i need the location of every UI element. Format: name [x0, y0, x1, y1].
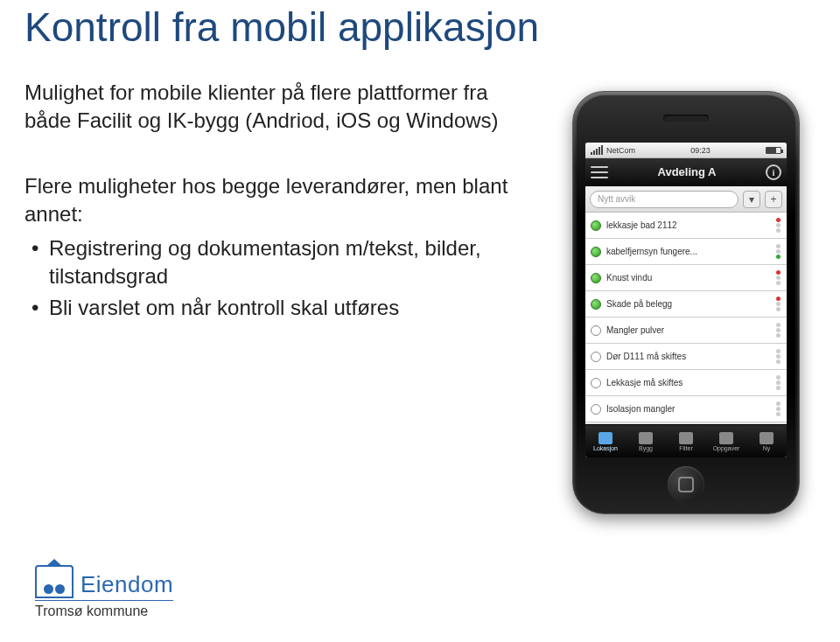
search-input[interactable]: Nytt avvik	[590, 191, 738, 208]
tab-item[interactable]: Lokasjon	[585, 425, 626, 457]
app-header: Avdeling A i	[585, 158, 787, 186]
item-list: lekkasje bad 2112kabelfjernsyn fungere..…	[585, 213, 787, 424]
home-button[interactable]	[668, 466, 704, 503]
list-item[interactable]: Lekkasje må skiftes	[585, 370, 787, 396]
bullet-item: Registrering og dokumentasjon m/tekst, b…	[24, 234, 514, 291]
list-item[interactable]: Skade på belegg	[585, 291, 787, 318]
list-item[interactable]: Mangler pulver	[585, 318, 787, 344]
info-icon[interactable]: i	[766, 164, 781, 180]
list-item[interactable]: kabelfjernsyn fungere...	[585, 239, 787, 265]
bullet-item: Bli varslet om når kontroll skal utføres	[24, 294, 514, 322]
status-dot	[591, 404, 601, 415]
tab-icon	[639, 432, 653, 444]
tab-item[interactable]: Ny	[746, 425, 787, 457]
search-row: Nytt avvik ▾ +	[585, 186, 787, 213]
traffic-light-icon	[776, 375, 781, 390]
status-dot	[591, 247, 601, 257]
list-item[interactable]: Isolasjon mangler	[585, 396, 787, 422]
tab-label: Ny	[763, 445, 771, 451]
tab-label: Lokasjon	[593, 445, 618, 451]
status-dot	[591, 273, 601, 283]
tab-icon	[719, 432, 733, 444]
row-text: Lekkasje må skiftes	[606, 378, 771, 387]
menu-icon[interactable]	[591, 166, 608, 178]
traffic-light-icon	[776, 401, 781, 416]
sub-heading: Flere muligheter hos begge leverandører,…	[24, 172, 514, 229]
status-dot	[591, 378, 601, 388]
tab-bar: LokasjonByggFilterOppgaverNy	[585, 424, 787, 457]
status-dot	[591, 325, 601, 336]
tab-icon	[598, 432, 612, 444]
tab-icon	[760, 432, 774, 444]
row-text: lekkasje bad 2112	[606, 220, 771, 230]
signal-icon	[591, 145, 603, 155]
status-dot	[591, 352, 601, 362]
status-dot	[591, 299, 601, 310]
intro-paragraph: Mulighet for mobile klienter på flere pl…	[24, 79, 514, 136]
traffic-light-icon	[776, 218, 781, 233]
list-item[interactable]: lekkasje bad 2112	[585, 213, 787, 239]
tab-item[interactable]: Filter	[666, 425, 706, 457]
traffic-light-icon	[776, 297, 781, 311]
traffic-light-icon	[776, 323, 781, 338]
tab-icon	[679, 432, 693, 444]
add-button[interactable]: +	[765, 191, 782, 208]
bullet-list: Registrering og dokumentasjon m/tekst, b…	[24, 234, 514, 323]
row-text: kabelfjernsyn fungere...	[606, 247, 771, 256]
tab-label: Bygg	[639, 445, 653, 451]
row-text: Isolasjon mangler	[606, 404, 771, 414]
tab-label: Filter	[679, 445, 693, 451]
list-item[interactable]: Dør D111 må skiftes	[585, 344, 787, 370]
traffic-light-icon	[776, 270, 781, 285]
brand-org: Tromsø kommune	[35, 600, 173, 619]
row-text: Mangler pulver	[606, 325, 771, 335]
traffic-light-icon	[776, 349, 781, 364]
tab-item[interactable]: Bygg	[626, 425, 666, 457]
logo-block: Eiendom Tromsø kommune	[35, 565, 173, 619]
tab-label: Oppgaver	[713, 445, 740, 451]
slide-title: Kontroll fra mobil applikasjon	[24, 3, 816, 51]
brand-name: Eiendom	[80, 571, 173, 598]
row-text: Dør D111 må skiftes	[606, 352, 771, 361]
phone-screen: NetCom 09:23 Avdeling A i Nytt avvik ▾ +…	[585, 143, 787, 457]
list-item[interactable]: Knust vindu	[585, 265, 787, 291]
logo-icon	[35, 565, 74, 598]
row-text: Knust vindu	[606, 273, 771, 283]
row-text: Skade på belegg	[606, 299, 771, 309]
app-title: Avdeling A	[658, 165, 717, 178]
battery-icon	[766, 147, 781, 154]
traffic-light-icon	[776, 244, 781, 259]
clock-label: 09:23	[690, 146, 710, 155]
dropdown-button[interactable]: ▾	[743, 191, 760, 208]
status-dot	[591, 220, 601, 231]
phone-speaker	[663, 115, 709, 122]
phone-mockup: NetCom 09:23 Avdeling A i Nytt avvik ▾ +…	[572, 91, 800, 514]
carrier-label: NetCom	[606, 146, 635, 155]
status-bar: NetCom 09:23	[585, 143, 787, 158]
tab-item[interactable]: Oppgaver	[706, 425, 746, 457]
